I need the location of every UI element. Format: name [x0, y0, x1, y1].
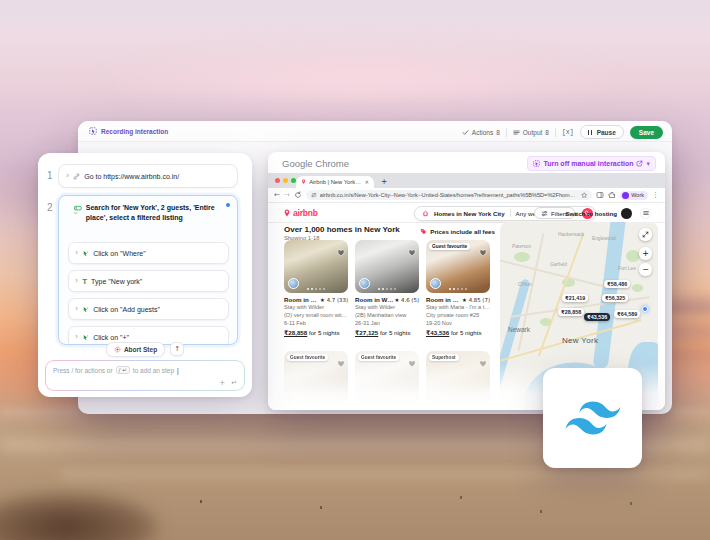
- wishlist-heart-icon[interactable]: [337, 354, 345, 372]
- abort-step-button[interactable]: Abort Step: [106, 342, 165, 357]
- user-avatar[interactable]: [621, 208, 632, 219]
- substep-type-newyork[interactable]: › T Type "New york": [68, 270, 229, 292]
- listing-card[interactable]: Room in West New York★ 4.6 (5) Stay with…: [355, 240, 419, 336]
- chevron-down-icon[interactable]: ›: [58, 212, 78, 215]
- house-icon: [422, 210, 429, 217]
- substep-click-add-guests[interactable]: › Click on "Add guests": [68, 298, 229, 320]
- reload-button[interactable]: [294, 191, 302, 199]
- wishlist-heart-icon[interactable]: [408, 243, 416, 261]
- actions-counter[interactable]: Actions 8: [462, 129, 500, 136]
- map-park: [632, 284, 643, 292]
- close-window-button[interactable]: [275, 178, 280, 183]
- record-stop-icon: [114, 346, 121, 353]
- new-tab-button[interactable]: +: [381, 177, 387, 186]
- chevron-right-icon[interactable]: ›: [75, 305, 78, 313]
- background-sand-ripple: [60, 470, 710, 479]
- step-search-group[interactable]: › Search for 'New York', 2 guests, 'Enti…: [58, 195, 238, 345]
- bookmark-star-icon[interactable]: [581, 192, 588, 199]
- submit-step-icon[interactable]: ↵: [231, 379, 237, 387]
- background-rock: [0, 492, 160, 540]
- dropdown-caret-icon[interactable]: ▾: [646, 160, 650, 168]
- host-avatar: [430, 278, 441, 289]
- listing-card[interactable]: Guest favourite Room in Union City★ 4.85…: [426, 240, 490, 336]
- wishlist-heart-icon[interactable]: [479, 354, 487, 372]
- wishlist-heart-icon[interactable]: [337, 243, 345, 261]
- actions-label: Actions: [472, 129, 493, 136]
- fees-toggle[interactable]: Prices include all fees: [420, 228, 495, 235]
- listing-photo[interactable]: Guest favourite: [426, 240, 490, 293]
- scroll-up-button[interactable]: ↑: [170, 342, 184, 356]
- wishlist-heart-icon[interactable]: [479, 243, 487, 261]
- map-park: [626, 250, 640, 262]
- chevron-right-icon[interactable]: ›: [66, 172, 69, 180]
- superhost-badge: Superhost: [429, 354, 459, 361]
- variables-button[interactable]: [x]: [562, 129, 574, 136]
- wishlist-heart-icon[interactable]: [408, 354, 416, 372]
- map-price-pill[interactable]: ₹58,486: [604, 280, 630, 288]
- map-price-pill[interactable]: ₹28,858: [558, 308, 584, 316]
- step-composer[interactable]: Press / for actions or / ↵ to add an ste…: [45, 360, 245, 391]
- step-goto-url[interactable]: › Go to https://www.airbnb.co.in/: [58, 164, 238, 188]
- divider: [510, 209, 511, 217]
- pause-label: Pause: [597, 129, 616, 136]
- carousel-dots: [449, 288, 467, 290]
- check-icon: [462, 129, 469, 136]
- pause-button[interactable]: Pause: [580, 125, 624, 139]
- cursor-click-icon: [82, 250, 89, 257]
- airbnb-header: airbnb Homes in New York City Any week 2…: [268, 203, 665, 223]
- extensions-icon[interactable]: [608, 191, 616, 199]
- manual-cursor-icon: [533, 160, 540, 167]
- chrome-menu-icon[interactable]: ⋮: [652, 191, 659, 199]
- map-expand-button[interactable]: [639, 228, 652, 241]
- forward-button[interactable]: →: [284, 191, 290, 199]
- listing-card[interactable]: Guest favourite: [284, 351, 348, 404]
- map-zoom-out-button[interactable]: −: [639, 263, 652, 276]
- listing-photo[interactable]: [355, 240, 419, 293]
- map-zoom-in-button[interactable]: +: [639, 247, 652, 260]
- slash-enter-kbd: / ↵: [116, 366, 130, 374]
- listing-host: Stay with Wilder: [284, 303, 348, 311]
- minimize-window-button[interactable]: [283, 178, 288, 183]
- address-bar[interactable]: airbnb.co.in/s/New-York-City--New-York--…: [306, 190, 593, 201]
- search-location[interactable]: Homes in New York City: [434, 210, 505, 217]
- substep-label: Click on "+": [93, 334, 129, 341]
- airbnb-logo[interactable]: airbnb: [283, 208, 318, 218]
- listing-price-suffix: for 5 nights: [449, 329, 481, 336]
- chevron-right-icon[interactable]: ›: [75, 333, 78, 341]
- app-header: Recording interaction Actions 8 Output 8…: [78, 121, 672, 142]
- add-step-icon[interactable]: +: [219, 379, 225, 387]
- browser-tab-airbnb[interactable]: Airbnb | New York City - Ho... ✕: [296, 176, 374, 189]
- fees-label: Prices include all fees: [430, 228, 495, 235]
- substep-click-where[interactable]: › Click on "Where": [68, 242, 229, 264]
- chrome-profile-chip[interactable]: Work: [620, 191, 648, 200]
- listing-card[interactable]: Superhost: [426, 351, 490, 404]
- map-price-pill[interactable]: ₹64,589: [614, 310, 640, 318]
- background-beach-figures: [200, 500, 202, 503]
- save-button[interactable]: Save: [630, 126, 663, 139]
- output-counter[interactable]: Output 8: [513, 129, 549, 136]
- type-icon: T: [82, 277, 87, 286]
- tab-close-icon[interactable]: ✕: [365, 179, 369, 185]
- map-price-pill[interactable]: ₹56,325: [602, 294, 628, 302]
- carousel-dots: [307, 288, 325, 290]
- browser-window-title: Google Chrome: [282, 158, 349, 169]
- substep-label: Click on "Add guests": [93, 306, 160, 313]
- map-price-pill-selected[interactable]: ₹43,536: [584, 313, 610, 321]
- link-icon: [73, 173, 80, 180]
- tune-icon[interactable]: [311, 192, 317, 198]
- listing-card[interactable]: Guest favourite: [355, 351, 419, 404]
- chevron-right-icon[interactable]: ›: [75, 277, 78, 285]
- switch-to-hosting-link[interactable]: Switch to hosting: [565, 210, 617, 217]
- map-town-label: Hackensack: [558, 232, 584, 237]
- active-step-dot: [226, 203, 230, 207]
- map-price-pill[interactable]: ₹21,419: [562, 294, 588, 302]
- side-panel-icon[interactable]: [596, 191, 604, 199]
- chevron-right-icon[interactable]: ›: [75, 249, 78, 257]
- airbnb-menu-button[interactable]: [640, 208, 651, 219]
- map-town-label: Englewood: [592, 236, 616, 241]
- listing-photo[interactable]: [284, 240, 348, 293]
- manual-interaction-toggle[interactable]: Turn off manual interaction ▾: [527, 156, 656, 171]
- output-label: Output: [523, 129, 543, 136]
- back-button[interactable]: ←: [274, 191, 280, 199]
- listing-card[interactable]: Room in West New Y...★ 4.7 (33) Stay wit…: [284, 240, 348, 336]
